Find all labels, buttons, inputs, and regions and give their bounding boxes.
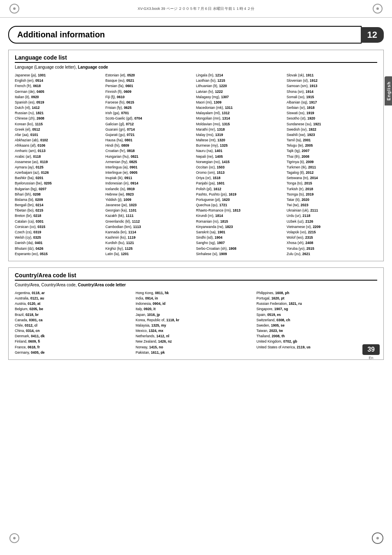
country-section-subtitle: Country/Area, Country/Area code, Country…	[15, 283, 377, 287]
lang-entry: Welsh (cy), 0325	[15, 235, 101, 240]
lang-entry: Norwegian (no), 1415	[196, 159, 283, 165]
lang-entry: Hausa (ha), 0801	[106, 138, 192, 143]
lang-entry: Polish (pl), 1612	[196, 187, 283, 192]
lang-entry: Siswati (ss), 1919	[287, 111, 374, 116]
lang-entry: Ukrainian (uk), 2111	[287, 208, 374, 213]
lang-entry: Uzbek (uz), 2126	[287, 219, 374, 224]
lang-entry: Xhosa (xh), 2408	[287, 240, 374, 246]
lang-entry: Kirghiz (ky), 1125	[106, 246, 192, 251]
lang-entry: Kashmiri (ks), 1119	[106, 235, 192, 240]
country-entry: United Kingdom, 0702, gb	[256, 339, 373, 344]
bottom-bar	[0, 530, 392, 547]
lang-entry: Galician (gl), 0712	[106, 122, 192, 127]
lang-entry: Marathi (mr), 1318	[196, 127, 283, 132]
country-entry: China, 0314, cn	[15, 328, 131, 334]
lang-entry: Interlingue (ie), 0905	[106, 170, 192, 175]
country-grid: Argentina, 0118, arAustralia, 0121, auAu…	[15, 290, 377, 355]
language-section-subtitle: Language (Language code letter), Languag…	[15, 65, 377, 69]
country-entry: Austria, 0120, at	[15, 301, 131, 306]
lang-entry: Persian (fa), 0601	[106, 83, 192, 89]
country-entry: New Zealand, 1426, nz	[136, 339, 252, 344]
lang-entry: Greek (el), 0512	[15, 127, 101, 132]
page-number-area: 39 En	[362, 344, 380, 360]
lang-entry: Inupiak (ik), 0911	[106, 175, 192, 181]
bottom-left-target	[8, 532, 21, 544]
country-entry: Norway, 1415, no	[136, 345, 252, 350]
chapter-number: 12	[361, 27, 384, 43]
lang-entry: Sangho (sg), 1907	[196, 240, 283, 246]
lang-entry: Panjabi (pa), 1601	[196, 181, 283, 186]
lang-entry: Breton (br), 0218	[15, 213, 101, 219]
chapter-title: Additional information	[17, 30, 105, 39]
country-entry: Argentina, 0118, ar	[15, 290, 131, 296]
lang-col-2: Estonian (et), 0520Basque (eu), 0521Pers…	[106, 73, 196, 257]
lang-entry: Tajik (tg), 2007	[287, 148, 374, 154]
lang-entry: Slovenian (sl), 1912	[287, 78, 374, 83]
lang-entry: Twi (tw), 2023	[287, 203, 374, 208]
lang-entry: Italian (it), 0920	[15, 94, 101, 100]
country-entry: Hong Kong, 0811, hk	[136, 290, 252, 296]
lang-entry: Tonga (to), 2015	[287, 181, 374, 186]
lang-entry: Georgian (ka), 1101	[106, 208, 192, 213]
top-right-target	[371, 2, 384, 15]
lang-entry: Kurdish (ku), 1121	[106, 240, 192, 246]
lang-entry: Kannada (kn), 1114	[106, 230, 192, 235]
lang-entry: Turkish (tr), 2018	[287, 187, 374, 192]
lang-entry: Arabic (ar), 0118	[15, 154, 101, 159]
lang-entry: Croatian (hr), 0818	[106, 148, 192, 154]
lang-entry: Faroese (fo), 0615	[106, 100, 192, 105]
lang-entry: English (en), 0514	[15, 78, 101, 83]
country-entry: Pakistan, 1611, pk	[136, 350, 252, 355]
lang-entry: Tagalog (tl), 2012	[287, 170, 374, 175]
country-entry: France, 0618, fr	[15, 345, 131, 350]
country-section-title: Country/Area code list	[15, 272, 377, 281]
lang-entry: Aymara (ay), 0125	[15, 165, 101, 170]
lang-entry: Indonesian (in), 0914	[106, 181, 192, 186]
lang-entry: Assamese (as), 0119	[15, 159, 101, 165]
country-entry: Canada, 0301, ca	[15, 318, 131, 323]
page-number: 39	[362, 344, 380, 355]
lang-entry: Nepali (ne), 1405	[196, 154, 283, 159]
lang-entry: Tibetan (bo), 0215	[15, 208, 101, 213]
lang-entry: Sundanese (su), 1921	[287, 122, 374, 127]
lang-entry: Rhaeto-Romance (rm), 1813	[196, 208, 283, 213]
lang-entry: Sindhi (sd), 1904	[196, 235, 283, 240]
lang-entry: Sesotho (st), 1920	[287, 116, 374, 121]
lang-entry: Volapük (vo), 2215	[287, 230, 374, 235]
top-bar: XV-GX3.book 39 ページ ２００５年７月６日 水曜日 午前１１時４２…	[0, 0, 392, 18]
lang-entry: Afar (aa), 0101	[15, 132, 101, 138]
country-col-3: Philippines, 1608, phPortugal, 1620, ptR…	[256, 290, 377, 355]
lang-entry: Zulu (zu), 2621	[287, 251, 374, 257]
page-lang: En	[369, 356, 374, 360]
lang-entry: Maori (mi), 1309	[196, 100, 283, 105]
lang-entry: Cambodian (km), 1113	[106, 224, 192, 230]
lang-entry: Hebrew (iw), 0923	[106, 192, 192, 197]
lang-entry: Gujarati (gu), 0721	[106, 132, 192, 138]
lang-entry: Guarani (gn), 0714	[106, 127, 192, 132]
lang-entry: Kirundi (rn), 1814	[196, 213, 283, 219]
country-col-2: Hong Kong, 0811, hkIndia, 0914, inIndone…	[136, 290, 256, 355]
lang-entry: Javanese (jw), 1023	[106, 203, 192, 208]
lang-entry: Serbian (sr), 1918	[287, 105, 374, 111]
lang-entry: Estonian (et), 0520	[106, 73, 192, 78]
lang-entry: Afrikaans (af), 0106	[15, 143, 101, 148]
country-entry: Switzerland, 0308, ch	[256, 318, 373, 323]
lang-col-1: Japanese (ja), 1001English (en), 0514Fre…	[15, 73, 106, 257]
lang-entry: Bengali (bn), 0214	[15, 203, 101, 208]
lang-entry: Albanian (sq), 1917	[287, 100, 374, 105]
lang-entry: Kinyarwanda (rw), 1823	[196, 224, 283, 230]
country-entry: Mexico, 1324, mx	[136, 328, 252, 334]
lang-entry: Bislama (bi), 0209	[15, 197, 101, 203]
top-left-target	[8, 2, 21, 15]
lang-entry: Oriya (or), 1518	[196, 175, 283, 181]
lang-entry: Serbo-Croatian (sh), 1908	[196, 246, 283, 251]
lang-entry: Samoan (sm), 1913	[287, 83, 374, 89]
lang-entry: Bulgarian (bg), 0207	[15, 187, 101, 192]
language-section-title: Language code list	[15, 54, 377, 63]
lang-entry: Tatar (tt), 2020	[287, 197, 374, 203]
main-content: English Language code list Language (Lan…	[0, 44, 392, 372]
lang-entry: Latvian (lv), 1222	[196, 89, 283, 94]
country-entry: Indonesia, 0904, id	[136, 301, 252, 306]
lang-entry: Tigrinya (ti), 2009	[287, 159, 374, 165]
lang-entry: Moldavian (mo), 1315	[196, 122, 283, 127]
